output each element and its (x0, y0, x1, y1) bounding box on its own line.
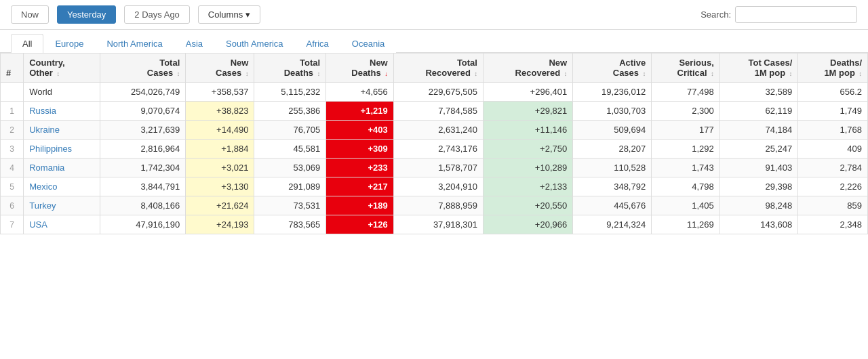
col-serious-critical[interactable]: Serious,Critical ↕ (652, 54, 720, 83)
row-total-cases: 1,742,304 (100, 159, 186, 177)
row-new-deaths: +1,219 (326, 102, 394, 121)
row-serious-critical: 1,405 (652, 196, 720, 215)
row-num: 7 (1, 215, 24, 234)
row-total-deaths: 291,089 (254, 177, 326, 196)
col-total-recovered[interactable]: TotalRecovered ↕ (393, 54, 483, 83)
row-total-recovered: 7,784,585 (393, 102, 483, 121)
now-button[interactable]: Now (11, 5, 49, 24)
row-deaths-1m: 2,348 (798, 215, 868, 234)
row-deaths-1m: 1,768 (798, 121, 868, 140)
col-new-recovered[interactable]: NewRecovered ↕ (483, 54, 572, 83)
row-total-cases: 3,844,791 (100, 177, 186, 196)
row-active-cases: 28,207 (573, 140, 652, 159)
col-total-deaths[interactable]: TotalDeaths ↕ (254, 54, 326, 83)
row-new-recovered: +2,750 (483, 140, 572, 159)
row-serious-critical: 177 (652, 121, 720, 140)
2days-button[interactable]: 2 Days Ago (124, 5, 190, 24)
table-row: 3 Philippines 2,816,964 +1,884 45,581 +3… (1, 140, 868, 159)
country-link[interactable]: Romania (29, 163, 64, 173)
row-new-recovered: +11,146 (483, 121, 572, 140)
row-total-deaths: 73,531 (254, 196, 326, 215)
row-deaths-1m: 409 (798, 140, 868, 159)
col-new-deaths[interactable]: NewDeaths ↓ (326, 54, 394, 83)
world-total-recovered: 229,675,505 (393, 83, 483, 102)
country-link[interactable]: Turkey (29, 200, 56, 211)
world-total-cases: 254,026,749 (100, 83, 186, 102)
row-serious-critical: 2,300 (652, 102, 720, 121)
table-container: # Country,Other ↕ TotalCases ↕ NewCases … (0, 53, 868, 234)
row-total-recovered: 3,204,910 (393, 177, 483, 196)
search-input[interactable] (735, 6, 857, 23)
row-serious-critical: 1,292 (652, 140, 720, 159)
col-active-cases[interactable]: ActiveCases ↕ (573, 54, 652, 83)
world-tot-cases-1m: 32,589 (719, 83, 798, 102)
world-new-recovered: +296,401 (483, 83, 572, 102)
table-row: 4 Romania 1,742,304 +3,021 53,069 +233 1… (1, 159, 868, 177)
row-new-deaths: +309 (326, 140, 394, 159)
country-link[interactable]: Philippines (29, 144, 72, 154)
row-num: 3 (1, 140, 24, 159)
row-deaths-1m: 2,784 (798, 159, 868, 177)
col-country: Country,Other ↕ (24, 54, 100, 83)
world-new-deaths: +4,656 (326, 83, 394, 102)
table-row: 6 Turkey 8,408,166 +21,624 73,531 +189 7… (1, 196, 868, 215)
row-new-cases: +1,884 (186, 140, 254, 159)
data-table: # Country,Other ↕ TotalCases ↕ NewCases … (0, 53, 868, 234)
row-new-cases: +21,624 (186, 196, 254, 215)
col-deaths-1m[interactable]: Deaths/1M pop ↕ (798, 54, 868, 83)
row-tot-cases-1m: 62,119 (719, 102, 798, 121)
row-total-recovered: 37,918,301 (393, 215, 483, 234)
row-new-recovered: +20,966 (483, 215, 572, 234)
row-num: 6 (1, 196, 24, 215)
row-serious-critical: 1,743 (652, 159, 720, 177)
row-country: Philippines (24, 140, 100, 159)
country-link[interactable]: Ukraine (29, 125, 60, 135)
world-row: World 254,026,749 +358,537 5,115,232 +4,… (1, 83, 868, 102)
row-total-cases: 9,070,674 (100, 102, 186, 121)
row-total-cases: 8,408,166 (100, 196, 186, 215)
country-link[interactable]: USA (29, 219, 47, 230)
table-header-row: # Country,Other ↕ TotalCases ↕ NewCases … (1, 54, 868, 83)
row-new-cases: +3,021 (186, 159, 254, 177)
row-total-deaths: 53,069 (254, 159, 326, 177)
tab-all[interactable]: All (11, 34, 43, 53)
country-link[interactable]: Mexico (29, 182, 57, 192)
columns-button[interactable]: Columns ▾ (198, 5, 260, 24)
tab-north-america[interactable]: North America (95, 34, 174, 53)
search-area: Search: (701, 6, 857, 23)
row-new-deaths: +403 (326, 121, 394, 140)
world-num (1, 83, 24, 102)
world-active-cases: 19,236,012 (573, 83, 652, 102)
tab-europe[interactable]: Europe (43, 34, 95, 53)
tab-oceania[interactable]: Oceania (340, 34, 396, 53)
country-link[interactable]: Russia (29, 106, 56, 116)
row-total-recovered: 2,743,176 (393, 140, 483, 159)
row-new-deaths: +233 (326, 159, 394, 177)
yesterday-button[interactable]: Yesterday (57, 5, 116, 24)
col-total-cases[interactable]: TotalCases ↕ (100, 54, 186, 83)
col-num: # (1, 54, 24, 83)
row-active-cases: 1,030,703 (573, 102, 652, 121)
world-total-deaths: 5,115,232 (254, 83, 326, 102)
col-tot-cases-1m[interactable]: Tot Cases/1M pop ↕ (719, 54, 798, 83)
row-new-recovered: +29,821 (483, 102, 572, 121)
row-total-deaths: 783,565 (254, 215, 326, 234)
row-total-deaths: 255,386 (254, 102, 326, 121)
col-new-cases[interactable]: NewCases ↕ (186, 54, 254, 83)
tab-asia[interactable]: Asia (174, 34, 214, 53)
row-total-cases: 3,217,639 (100, 121, 186, 140)
row-new-cases: +3,130 (186, 177, 254, 196)
row-deaths-1m: 1,749 (798, 102, 868, 121)
tab-south-america[interactable]: South America (214, 34, 295, 53)
row-country: Romania (24, 159, 100, 177)
row-new-recovered: +2,133 (483, 177, 572, 196)
world-serious-critical: 77,498 (652, 83, 720, 102)
row-tot-cases-1m: 143,608 (719, 215, 798, 234)
row-new-deaths: +217 (326, 177, 394, 196)
tab-africa[interactable]: Africa (295, 34, 340, 53)
table-row: 7 USA 47,916,190 +24,193 783,565 +126 37… (1, 215, 868, 234)
row-active-cases: 110,528 (573, 159, 652, 177)
row-tot-cases-1m: 74,184 (719, 121, 798, 140)
world-deaths-1m: 656.2 (798, 83, 868, 102)
row-new-cases: +24,193 (186, 215, 254, 234)
